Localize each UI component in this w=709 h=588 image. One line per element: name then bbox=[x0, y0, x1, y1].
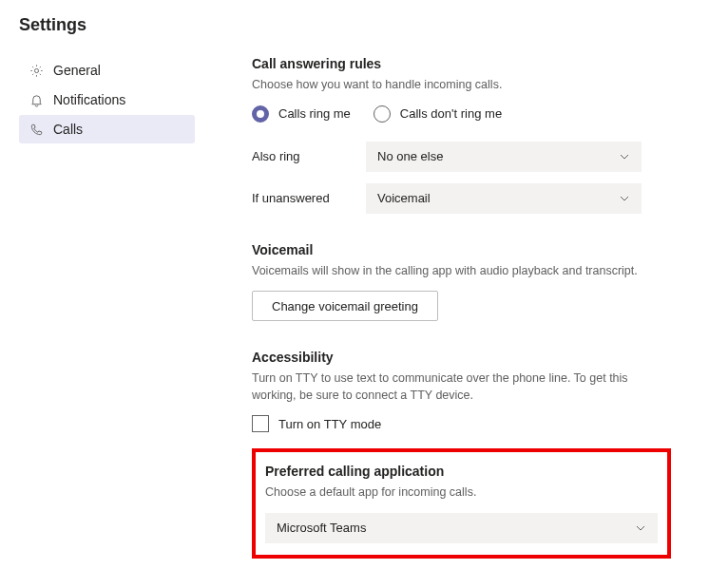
phone-icon bbox=[29, 122, 44, 137]
voicemail-title: Voicemail bbox=[252, 242, 671, 257]
if-unanswered-label: If unanswered bbox=[252, 191, 366, 205]
sidebar-item-general[interactable]: General bbox=[19, 56, 195, 85]
also-ring-label: Also ring bbox=[252, 149, 366, 163]
accessibility-title: Accessibility bbox=[252, 350, 671, 365]
checkbox-box-icon bbox=[252, 415, 269, 432]
radio-label: Calls don't ring me bbox=[400, 106, 502, 121]
dropdown-value: Microsoft Teams bbox=[277, 521, 366, 535]
also-ring-dropdown[interactable]: No one else bbox=[366, 142, 642, 172]
call-rules-desc: Choose how you want to handle incoming c… bbox=[252, 77, 671, 94]
dropdown-value: Voicemail bbox=[377, 191, 431, 205]
radio-calls-dont-ring[interactable]: Calls don't ring me bbox=[374, 105, 502, 123]
dropdown-value: No one else bbox=[377, 149, 443, 163]
sidebar-item-label: Calls bbox=[53, 122, 83, 137]
call-rules-title: Call answering rules bbox=[252, 56, 671, 71]
sidebar-item-label: Notifications bbox=[53, 92, 125, 107]
section-accessibility: Accessibility Turn on TTY to use text to… bbox=[252, 350, 671, 435]
checkbox-label: Turn on TTY mode bbox=[278, 417, 381, 431]
radio-dot-icon bbox=[374, 105, 391, 123]
section-call-rules: Call answering rules Choose how you want… bbox=[252, 56, 671, 214]
if-unanswered-dropdown[interactable]: Voicemail bbox=[366, 183, 642, 214]
preferred-app-desc: Choose a default app for incoming calls. bbox=[265, 484, 658, 502]
chevron-down-icon bbox=[619, 151, 630, 162]
svg-point-0 bbox=[34, 68, 38, 72]
section-voicemail: Voicemail Voicemails will show in the ca… bbox=[252, 242, 671, 322]
chevron-down-icon bbox=[619, 193, 630, 204]
settings-main: Call answering rules Choose how you want… bbox=[204, 56, 690, 559]
preferred-app-dropdown[interactable]: Microsoft Teams bbox=[265, 513, 658, 543]
sidebar-item-calls[interactable]: Calls bbox=[19, 115, 195, 143]
page-title: Settings bbox=[19, 15, 690, 35]
accessibility-desc: Turn on TTY to use text to communicate o… bbox=[252, 370, 671, 404]
radio-label: Calls ring me bbox=[278, 106, 351, 121]
radio-dot-icon bbox=[252, 105, 269, 123]
sidebar-item-label: General bbox=[53, 63, 101, 78]
sidebar-item-notifications[interactable]: Notifications bbox=[19, 85, 195, 114]
preferred-app-title: Preferred calling application bbox=[265, 464, 658, 479]
radio-calls-ring-me[interactable]: Calls ring me bbox=[252, 105, 351, 123]
gear-icon bbox=[29, 63, 44, 78]
bell-icon bbox=[29, 92, 44, 107]
chevron-down-icon bbox=[635, 522, 646, 534]
voicemail-desc: Voicemails will show in the calling app … bbox=[252, 263, 671, 280]
change-voicemail-greeting-button[interactable]: Change voicemail greeting bbox=[252, 291, 438, 321]
tty-mode-checkbox[interactable]: Turn on TTY mode bbox=[252, 415, 381, 432]
settings-sidebar: General Notifications Calls bbox=[19, 56, 204, 559]
preferred-app-highlight: Preferred calling application Choose a d… bbox=[252, 448, 671, 559]
